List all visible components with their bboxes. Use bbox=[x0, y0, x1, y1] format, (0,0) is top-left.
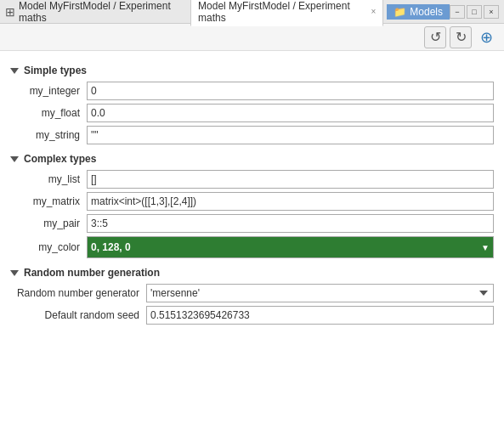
rng-seed-label: Default random seed bbox=[10, 309, 146, 321]
redo-icon: ↻ bbox=[456, 29, 467, 45]
my-pair-label: my_pair bbox=[10, 218, 87, 229]
my-integer-row: my_integer bbox=[10, 82, 494, 100]
tab-close-icon[interactable]: × bbox=[371, 7, 376, 16]
my-float-label: my_float bbox=[10, 107, 87, 119]
rng-seed-row: Default random seed bbox=[10, 306, 494, 325]
my-float-input[interactable] bbox=[87, 104, 494, 122]
editor-tab[interactable]: Model MyFirstModel / Experiment maths × bbox=[190, 0, 383, 26]
tab-label: Model MyFirstModel / Experiment maths bbox=[198, 0, 367, 24]
my-pair-input[interactable] bbox=[87, 214, 494, 233]
model-icon: ⊞ bbox=[5, 5, 15, 19]
models-folder-icon: 📁 bbox=[394, 6, 406, 18]
my-pair-row: my_pair bbox=[10, 214, 494, 233]
my-list-label: my_list bbox=[10, 173, 87, 185]
complex-types-label: Complex types bbox=[24, 153, 96, 165]
title-bar: ⊞ Model MyFirstModel / Experiment maths … bbox=[0, 0, 504, 24]
main-content: Simple types my_integer my_float my_stri… bbox=[0, 51, 504, 435]
minimize-button[interactable]: − bbox=[450, 5, 465, 19]
model-path: Model MyFirstModel / Experiment maths bbox=[19, 0, 189, 24]
undo-icon: ↺ bbox=[430, 29, 441, 45]
rng-type-select[interactable]: 'mersenne' 'java' 'none' bbox=[146, 284, 494, 302]
add-icon: ⊕ bbox=[480, 28, 493, 47]
my-list-input[interactable] bbox=[87, 170, 494, 189]
models-tab[interactable]: 📁 Models bbox=[387, 4, 450, 20]
color-dropdown-arrow-icon: ▼ bbox=[481, 243, 490, 252]
rng-seed-input[interactable] bbox=[146, 306, 494, 325]
my-matrix-row: my_matrix bbox=[10, 192, 494, 211]
my-color-row: my_color 0, 128, 0 ▼ bbox=[10, 236, 494, 258]
my-matrix-label: my_matrix bbox=[10, 195, 87, 207]
simple-types-label: Simple types bbox=[24, 65, 87, 76]
rng-type-row: Random number generator 'mersenne' 'java… bbox=[10, 284, 494, 302]
window-controls: − □ × bbox=[450, 5, 499, 19]
add-button[interactable]: ⊕ bbox=[475, 26, 497, 48]
toolbar: ↺ ↻ ⊕ bbox=[0, 24, 504, 51]
my-string-row: my_string bbox=[10, 126, 494, 144]
my-integer-label: my_integer bbox=[10, 85, 87, 97]
redo-button[interactable]: ↻ bbox=[450, 26, 472, 48]
restore-button[interactable]: □ bbox=[467, 5, 482, 19]
undo-button[interactable]: ↺ bbox=[424, 26, 446, 48]
complex-types-collapse-icon[interactable] bbox=[10, 156, 19, 162]
random-number-label: Random number generation bbox=[24, 267, 160, 279]
simple-types-header: Simple types bbox=[10, 65, 494, 76]
rng-type-label: Random number generator bbox=[10, 287, 146, 299]
my-list-row: my_list bbox=[10, 170, 494, 189]
my-string-label: my_string bbox=[10, 129, 87, 141]
my-float-row: my_float bbox=[10, 104, 494, 122]
my-integer-input[interactable] bbox=[87, 82, 494, 100]
my-string-input[interactable] bbox=[87, 126, 494, 144]
models-label: Models bbox=[410, 6, 443, 18]
complex-types-header: Complex types bbox=[10, 153, 494, 165]
close-button[interactable]: × bbox=[484, 5, 499, 19]
my-color-value: 0, 128, 0 bbox=[91, 241, 131, 253]
my-color-label: my_color bbox=[10, 241, 87, 253]
random-number-header: Random number generation bbox=[10, 267, 494, 279]
my-color-dropdown[interactable]: 0, 128, 0 ▼ bbox=[87, 236, 494, 258]
simple-types-collapse-icon[interactable] bbox=[10, 68, 19, 74]
random-number-collapse-icon[interactable] bbox=[10, 270, 19, 276]
my-matrix-input[interactable] bbox=[87, 192, 494, 211]
